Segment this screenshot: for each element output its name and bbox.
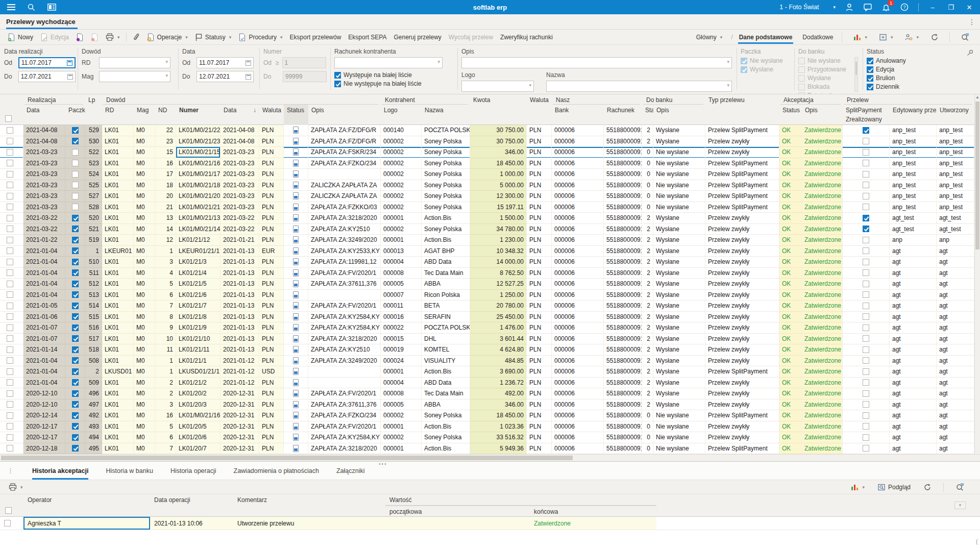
cell-op[interactable]: ZAPŁATA ZA:37611,376	[308, 399, 381, 411]
cell-lp[interactable]: 518	[85, 344, 102, 356]
column-header-ed[interactable]: Edytowany przez	[890, 105, 937, 125]
cell-r[interactable]: 2021-01-14	[23, 344, 65, 356]
table-row[interactable]: 2020-12-10497LK01M03LK01/20/32020-12-31P…	[0, 399, 980, 411]
row-select-checkbox[interactable]	[7, 379, 13, 386]
cell-rd[interactable]: LK01	[102, 356, 134, 367]
collapse-panel-icon[interactable]: ▾	[954, 502, 966, 509]
cell-nr[interactable]: LKUSD01/21/1	[176, 366, 220, 378]
cell-ao[interactable]: Zatwierdzone	[802, 224, 843, 235]
cell-op[interactable]: ZAPŁATA ZA:3218/2020	[308, 213, 381, 224]
cell-ds[interactable]: 2	[642, 399, 653, 411]
cell-nz[interactable]: DHL	[422, 334, 470, 345]
cell-st[interactable]	[284, 356, 308, 367]
cell-ed[interactable]: agt	[890, 290, 937, 301]
cell-lg[interactable]: 000015	[381, 334, 422, 345]
cell-ut[interactable]: agt	[937, 246, 974, 257]
cell-rd[interactable]: LK01	[102, 334, 134, 345]
cell-db[interactable]: Nie wysłane	[653, 421, 705, 433]
cell-ds[interactable]: 2	[642, 224, 653, 235]
cell-op[interactable]: ZAPŁATA ZA:3249/2020	[308, 235, 381, 246]
cell-mg[interactable]: M0	[134, 344, 155, 356]
cell-db[interactable]: Wysłane	[653, 366, 705, 378]
cell-st[interactable]	[284, 432, 308, 443]
tab-przelewy-wychodzace[interactable]: Przelewy wychodzące	[6, 14, 78, 29]
cell-rd[interactable]: LK01	[102, 279, 134, 290]
table-row[interactable]: 2020-12-17493LK01M05LK01/20/52020-12-31P…	[0, 421, 980, 433]
cell-nd[interactable]: 13	[155, 213, 176, 224]
cell-r[interactable]: 2020-12-17	[23, 432, 65, 443]
cell-bk[interactable]: 000006	[552, 443, 604, 455]
cell-p[interactable]	[65, 213, 85, 224]
cell-op[interactable]: ZAPŁATA ZA:37611,376	[308, 279, 381, 290]
cell-mg[interactable]: M0	[134, 356, 155, 367]
cell-nd[interactable]: 15	[155, 147, 176, 158]
cell-db[interactable]: Nie wysłane	[653, 191, 705, 202]
cell-nz[interactable]: Tec Data Main	[422, 268, 470, 279]
cell-rd[interactable]: LKUSD01	[102, 366, 134, 378]
cell-ut[interactable]: anp_test	[937, 136, 974, 147]
cell-w2[interactable]: PLN	[527, 158, 552, 169]
cell-rc[interactable]: 55188000091	[604, 378, 642, 389]
cell-nr[interactable]: LKEUR01/21/1	[176, 246, 220, 257]
cell-ut[interactable]: agt	[937, 366, 974, 378]
cell-dt[interactable]: 2021-03-22	[220, 224, 259, 235]
cell-p[interactable]	[65, 158, 85, 169]
cell-lp[interactable]: 508	[85, 356, 102, 367]
cell-lp[interactable]: 523	[85, 158, 102, 169]
cell-nr[interactable]: LK01/21/8	[176, 312, 220, 323]
cell-db[interactable]: Nie wysłane	[653, 158, 705, 169]
cell-bk[interactable]: 000006	[552, 300, 604, 312]
cell-nz[interactable]: AGAT BHP	[422, 246, 470, 257]
column-header-data[interactable]: Data operacji	[150, 494, 233, 517]
cell-mg[interactable]: M0	[134, 443, 155, 455]
calendar-icon[interactable]	[67, 60, 72, 66]
cell-ao[interactable]: Zatwierdzone	[802, 356, 843, 367]
cell-sel[interactable]	[0, 517, 23, 530]
cell-st[interactable]	[284, 322, 308, 334]
cell-mg[interactable]: M0	[134, 388, 155, 399]
cell-nz[interactable]: VISUALITY	[422, 356, 470, 367]
table-row[interactable]: 2020-12-10496LK01M02LK01/20/22020-12-31P…	[0, 388, 980, 399]
cell-tp[interactable]: Przelew SplitPayment	[705, 191, 779, 202]
cell-nr[interactable]: LK01/21/1	[176, 356, 220, 367]
cell-sel[interactable]	[0, 279, 23, 290]
cell-tp[interactable]: Przelew zwykły	[705, 224, 779, 235]
cell-r[interactable]: 2021-01-07	[23, 334, 65, 345]
cell-w2[interactable]: PLN	[527, 224, 552, 235]
cell-op[interactable]: ZAPŁATA ZA:3218/2020	[308, 334, 381, 345]
cell-ut[interactable]: agt	[937, 344, 974, 356]
cell-p[interactable]	[65, 421, 85, 433]
column-header-poczatkowa[interactable]: początkowa	[385, 506, 530, 517]
cell-rc[interactable]: 55188000091	[604, 158, 642, 169]
cell-ao[interactable]: Zatwierdzone	[802, 169, 843, 180]
cell-w2[interactable]: PLN	[527, 366, 552, 378]
row-select-checkbox[interactable]	[7, 412, 13, 419]
cell-ed[interactable]: agt	[890, 279, 937, 290]
row-select-checkbox[interactable]	[7, 127, 13, 134]
bottom-tab-załączniki[interactable]: Załączniki	[336, 462, 365, 480]
cell-ut[interactable]: anp_test	[937, 147, 974, 158]
cell-ds[interactable]: 2	[642, 213, 653, 224]
cell-ds[interactable]: 2	[642, 279, 653, 290]
cell-nd[interactable]: 10	[155, 334, 176, 345]
cell-bk[interactable]: 000006	[552, 312, 604, 323]
toolbar-button-statusy[interactable]: Statusy▾	[191, 32, 235, 43]
table-row[interactable]: 2021-01-07517LK01M010LK01/21/102021-01-1…	[0, 334, 980, 345]
cell-lp[interactable]: 497	[85, 399, 102, 411]
column-header-dt[interactable]: Data↓	[220, 105, 259, 125]
cell-rd[interactable]: LK01	[102, 290, 134, 301]
cell-lp[interactable]: 524	[85, 169, 102, 180]
cell-sp[interactable]	[843, 169, 890, 180]
cell-ao[interactable]: Zatwierdzone	[802, 312, 843, 323]
cell-mg[interactable]: M0	[134, 322, 155, 334]
cell-ut[interactable]: agt	[937, 378, 974, 389]
cell-sp[interactable]	[843, 202, 890, 213]
filter-checkbox-brulion[interactable]: Brulion	[867, 74, 964, 82]
cell-as[interactable]: OK	[779, 388, 802, 399]
select-all-checkbox[interactable]	[0, 94, 23, 125]
cell-tp[interactable]: Przelew zwykły	[705, 290, 779, 301]
cell-w1[interactable]: PLN	[259, 300, 284, 312]
minimize-button[interactable]: –	[928, 4, 937, 11]
cell-ao[interactable]: Zatwierdzone	[802, 378, 843, 389]
cell-nd[interactable]: 21	[155, 202, 176, 213]
